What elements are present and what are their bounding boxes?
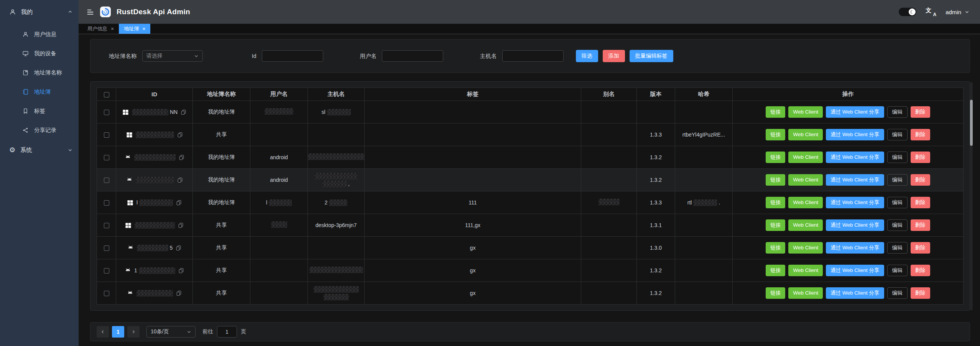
edit-button[interactable]: 编辑 [887, 152, 908, 163]
delete-button[interactable]: 删除 [911, 219, 930, 231]
link-button[interactable]: 链接 [766, 174, 785, 186]
table-scrollbar-thumb[interactable] [970, 100, 973, 146]
web-client-button[interactable]: Web Client [788, 219, 823, 231]
delete-button[interactable]: 删除 [911, 174, 930, 186]
link-button[interactable]: 链接 [766, 106, 785, 118]
hostname-input[interactable] [502, 50, 564, 62]
redacted-text [139, 267, 175, 274]
delete-button[interactable]: 删除 [911, 287, 930, 299]
username-input[interactable] [382, 50, 443, 62]
select-all-checkbox[interactable] [104, 92, 109, 97]
sidebar-item-标签[interactable]: 标签 [0, 101, 79, 120]
sidebar-item-地址簿[interactable]: 地址簿 [0, 82, 79, 101]
tab-close-icon[interactable]: × [142, 26, 145, 31]
copy-icon[interactable] [178, 268, 184, 274]
web-client-button[interactable]: Web Client [788, 265, 823, 276]
link-button[interactable]: 链接 [766, 287, 785, 299]
sidebar-group-label: 我的 [21, 8, 33, 16]
link-button[interactable]: 链接 [766, 197, 785, 208]
web-client-button[interactable]: Web Client [788, 287, 823, 299]
dark-mode-toggle[interactable]: ☾ [899, 8, 916, 16]
filter-button[interactable]: 筛选 [576, 50, 598, 62]
edit-button[interactable]: 编辑 [887, 129, 908, 140]
row-checkbox[interactable] [104, 291, 109, 296]
row-checkbox[interactable] [104, 245, 109, 251]
edit-button[interactable]: 编辑 [887, 106, 908, 118]
copy-icon[interactable] [178, 222, 184, 228]
row-checkbox[interactable] [104, 110, 109, 115]
edit-button[interactable]: 编辑 [887, 174, 908, 186]
table-header-row: ID地址簿名称用户名主机名标签别名版本哈希操作 [97, 88, 964, 101]
row-checkbox[interactable] [104, 200, 109, 206]
edit-button[interactable]: 编辑 [887, 287, 908, 299]
share-web-client-button[interactable]: 通过 Web Client 分享 [826, 152, 884, 163]
web-client-button[interactable]: Web Client [788, 242, 823, 254]
address-book-name-select[interactable]: 请选择 [142, 50, 203, 62]
web-client-button[interactable]: Web Client [788, 106, 823, 118]
share-web-client-button[interactable]: 通过 Web Client 分享 [826, 106, 884, 118]
user-menu[interactable]: admin [945, 9, 969, 15]
delete-button[interactable]: 删除 [911, 152, 930, 163]
sidebar-group-my[interactable]: 我的 [0, 0, 79, 24]
web-client-button[interactable]: Web Client [788, 197, 823, 208]
delete-button[interactable]: 删除 [911, 242, 930, 254]
cell-hash [675, 259, 733, 282]
copy-icon[interactable] [176, 290, 182, 296]
tab-用户信息[interactable]: 用户信息× [82, 24, 119, 34]
edit-button[interactable]: 编辑 [887, 197, 908, 208]
cell-id: NN [116, 101, 193, 124]
sidebar-item-我的设备[interactable]: 我的设备 [0, 44, 79, 63]
share-web-client-button[interactable]: 通过 Web Client 分享 [826, 265, 884, 276]
goto-page-input[interactable] [217, 326, 237, 338]
android-icon [127, 290, 133, 297]
table-row: 1共享gx1.3.2链接Web Client通过 Web Client 分享编辑… [97, 259, 964, 282]
page-number-button[interactable]: 1 [112, 326, 124, 338]
link-button[interactable]: 链接 [766, 219, 785, 231]
row-checkbox[interactable] [104, 132, 109, 138]
edit-button[interactable]: 编辑 [887, 242, 908, 254]
tab-地址簿[interactable]: 地址簿× [119, 24, 150, 34]
next-page-button[interactable] [127, 326, 140, 338]
link-button[interactable]: 链接 [766, 152, 785, 163]
prev-page-button[interactable] [97, 326, 109, 338]
page-size-select[interactable]: 10条/页 [146, 326, 196, 338]
tab-close-icon[interactable]: × [111, 26, 114, 31]
copy-icon[interactable] [176, 200, 182, 206]
link-button[interactable]: 链接 [766, 129, 785, 140]
row-checkbox[interactable] [104, 178, 109, 183]
web-client-button[interactable]: Web Client [788, 152, 823, 163]
row-checkbox[interactable] [104, 223, 109, 228]
share-web-client-button[interactable]: 通过 Web Client 分享 [826, 242, 884, 254]
copy-icon[interactable] [176, 245, 181, 251]
sidebar-item-用户信息[interactable]: 用户信息 [0, 25, 79, 44]
delete-button[interactable]: 删除 [911, 106, 930, 118]
delete-button[interactable]: 删除 [911, 265, 930, 276]
share-web-client-button[interactable]: 通过 Web Client 分享 [826, 219, 884, 231]
share-web-client-button[interactable]: 通过 Web Client 分享 [826, 129, 884, 140]
sidebar-item-地址簿名称[interactable]: 地址簿名称 [0, 63, 79, 82]
sidebar-item-system[interactable]: ⚙ 系统 [0, 140, 79, 160]
copy-icon[interactable] [181, 109, 186, 115]
id-input[interactable] [262, 50, 323, 62]
edit-button[interactable]: 编辑 [887, 219, 908, 231]
link-button[interactable]: 链接 [766, 242, 785, 254]
row-checkbox[interactable] [104, 268, 109, 274]
web-client-button[interactable]: Web Client [788, 174, 823, 186]
copy-icon[interactable] [177, 177, 183, 183]
sidebar-item-分享记录[interactable]: 分享记录 [0, 120, 79, 140]
copy-icon[interactable] [177, 132, 183, 138]
share-web-client-button[interactable]: 通过 Web Client 分享 [826, 174, 884, 186]
web-client-button[interactable]: Web Client [788, 129, 823, 140]
copy-icon[interactable] [179, 155, 184, 160]
row-checkbox[interactable] [104, 155, 109, 160]
batch-edit-tags-button[interactable]: 批量编辑标签 [630, 50, 673, 62]
link-button[interactable]: 链接 [766, 265, 785, 276]
share-web-client-button[interactable]: 通过 Web Client 分享 [826, 287, 884, 299]
share-web-client-button[interactable]: 通过 Web Client 分享 [826, 197, 884, 208]
translate-icon[interactable]: 文A [926, 7, 936, 17]
delete-button[interactable]: 删除 [911, 197, 930, 208]
menu-fold-icon[interactable] [86, 8, 94, 16]
edit-button[interactable]: 编辑 [887, 265, 908, 276]
add-button[interactable]: 添加 [603, 50, 625, 62]
delete-button[interactable]: 删除 [911, 129, 930, 140]
